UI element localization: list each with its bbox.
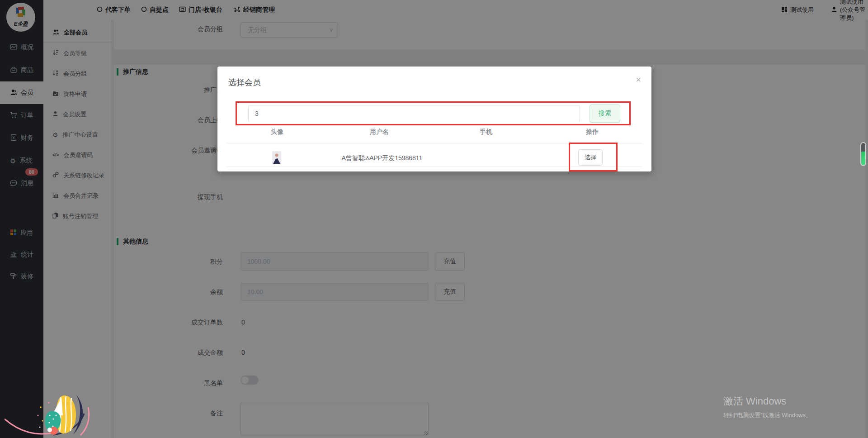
- member-avatar: [272, 151, 281, 164]
- annotation-search-area: [236, 101, 631, 125]
- windows-watermark: 激活 Windows 转到“电脑设置”以激活 Windows。: [723, 395, 811, 419]
- rocket-illustration: [5, 393, 102, 438]
- close-icon[interactable]: ✕: [636, 76, 642, 84]
- col-header-avatar: 头像: [250, 128, 304, 136]
- annotation-select-button: [569, 143, 618, 171]
- dialog-title: 选择会员: [228, 77, 261, 88]
- col-header-phone: 手机: [459, 128, 513, 136]
- watermark-subtitle: 转到“电脑设置”以激活 Windows。: [723, 411, 811, 419]
- app-window: E企盈 概况 商品 会员 订单 ¥ 财务 ⚙ 系统 消息 80: [0, 0, 868, 438]
- scrollbar-thumb[interactable]: [860, 142, 866, 166]
- col-header-action: 操作: [565, 128, 619, 136]
- col-header-username: 用户名: [352, 128, 406, 136]
- watermark-title: 激活 Windows: [723, 395, 811, 408]
- member-username: A曾智聪ஃAPP开发15986811: [314, 154, 450, 162]
- modal-overlay[interactable]: [0, 0, 868, 438]
